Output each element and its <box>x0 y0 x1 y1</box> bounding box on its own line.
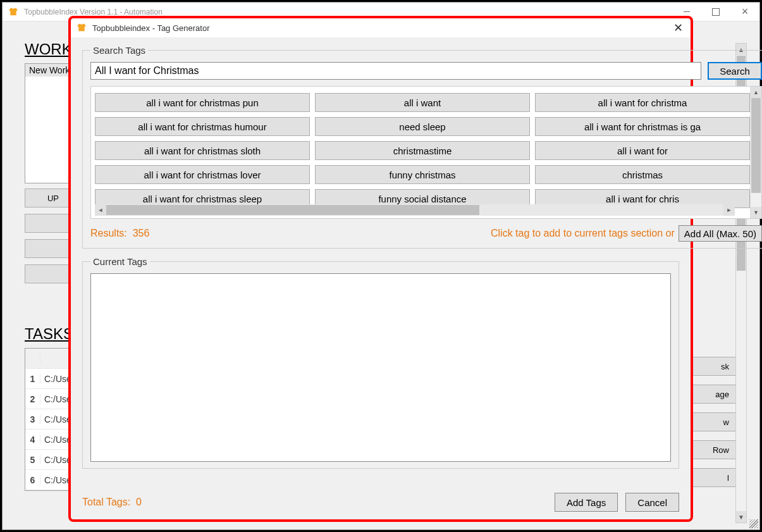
hscroll-thumb[interactable] <box>106 205 479 215</box>
hscroll-right-icon[interactable]: ► <box>723 204 735 216</box>
tag-results-area: all i want for christmas punall i wantal… <box>90 86 762 219</box>
results-label: Results: 356 <box>90 228 149 239</box>
add-all-button[interactable]: Add All (Max. 50) <box>679 225 762 242</box>
tag-result-button[interactable]: all i want <box>315 93 530 112</box>
tag-result-button[interactable]: all i want for christmas humour <box>95 117 310 136</box>
vscroll-thumb[interactable] <box>751 98 761 193</box>
tag-result-button[interactable]: all i want for christmas pun <box>95 93 310 112</box>
tag-result-button[interactable]: christmas <box>535 165 750 184</box>
cancel-button[interactable]: Cancel <box>625 493 679 512</box>
tag-result-button[interactable]: all i want for christmas is ga <box>535 117 750 136</box>
tag-result-button[interactable]: all i want for <box>535 141 750 160</box>
dialog-body: Search Tags Search all i want for christ… <box>71 37 691 519</box>
main-title: TopbubbleIndex Version 1.1 - Automation <box>24 8 672 16</box>
tag-result-button[interactable]: all i want for christma <box>535 93 750 112</box>
scroll-down-icon[interactable]: ▼ <box>736 511 746 523</box>
vscroll-up-icon[interactable]: ▲ <box>751 87 761 98</box>
current-tags-box[interactable] <box>90 273 671 462</box>
hscroll-left-icon[interactable]: ◄ <box>95 204 106 216</box>
tag-result-button[interactable]: need sleep <box>315 117 530 136</box>
tag-result-button[interactable]: all i want for christmas sloth <box>95 141 310 160</box>
tag-result-button[interactable]: all i want for christmas lover <box>95 165 310 184</box>
click-hint: Click tag to add to current tags section… <box>491 228 675 239</box>
dialog-title: Topbubbleindex - Tag Generator <box>92 23 665 33</box>
tag-generator-dialog: Topbubbleindex - Tag Generator ✕ Search … <box>68 16 693 522</box>
add-tags-button[interactable]: Add Tags <box>555 493 618 512</box>
dialog-close-button[interactable]: ✕ <box>665 21 691 35</box>
total-tags-label: Total Tags: 0 <box>82 497 142 508</box>
resize-grip-icon[interactable] <box>749 519 758 528</box>
tag-vscrollbar[interactable]: ▲ ▼ <box>750 87 761 218</box>
tag-result-button[interactable]: funny christmas <box>315 165 530 184</box>
main-close-button[interactable]: × <box>730 3 759 22</box>
search-legend: Search Tags <box>90 45 148 56</box>
dialog-app-icon <box>75 21 89 35</box>
search-tags-group: Search Tags Search all i want for christ… <box>82 45 762 249</box>
vscroll-down-icon[interactable]: ▼ <box>751 207 761 218</box>
app-icon <box>6 5 20 19</box>
maximize-button[interactable] <box>701 3 730 22</box>
search-button[interactable]: Search <box>708 62 762 80</box>
current-tags-legend: Current Tags <box>90 256 150 267</box>
dialog-titlebar: Topbubbleindex - Tag Generator ✕ <box>71 18 691 37</box>
search-input[interactable] <box>90 62 701 80</box>
dialog-bottom-row: Total Tags: 0 Add Tags Cancel <box>82 493 679 512</box>
current-tags-group: Current Tags <box>82 256 679 469</box>
tag-result-button[interactable]: christmastime <box>315 141 530 160</box>
tag-hscrollbar[interactable]: ◄ ► <box>95 204 735 216</box>
